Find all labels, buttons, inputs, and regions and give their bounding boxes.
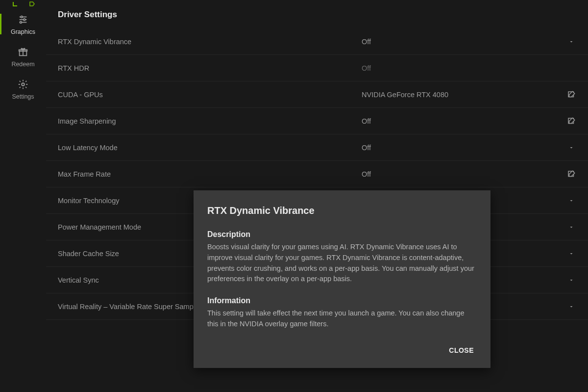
gift-icon xyxy=(17,46,29,58)
setting-value: Off xyxy=(362,144,566,152)
chevron-down-icon[interactable] xyxy=(566,222,576,232)
dialog-information-heading: Information xyxy=(207,296,477,305)
svg-point-5 xyxy=(20,22,22,24)
sidebar: Graphics Redeem Settings xyxy=(0,0,46,392)
tag-icon xyxy=(29,1,34,6)
chevron-down-icon[interactable] xyxy=(566,302,576,312)
setting-row[interactable]: Low Latency ModeOff xyxy=(46,134,588,161)
setting-value: Off xyxy=(362,64,566,72)
sidebar-item-label: Settings xyxy=(12,93,34,100)
chevron-down-icon[interactable] xyxy=(566,196,576,206)
setting-value: NVIDIA GeForce RTX 4080 xyxy=(362,91,566,99)
setting-label: Image Sharpening xyxy=(58,117,362,125)
dialog-title: RTX Dynamic Vibrance xyxy=(207,205,477,216)
dialog-close-button[interactable]: CLOSE xyxy=(446,341,477,359)
setting-label: Max Frame Rate xyxy=(58,170,362,178)
sidebar-item-label: Redeem xyxy=(11,61,34,68)
setting-row[interactable]: Image SharpeningOff xyxy=(46,108,588,134)
sidebar-item-settings[interactable]: Settings xyxy=(0,73,46,105)
chevron-down-icon[interactable] xyxy=(566,275,576,285)
chevron-down-icon[interactable] xyxy=(566,143,576,153)
setting-value: Off xyxy=(362,117,566,125)
sidebar-item-redeem[interactable]: Redeem xyxy=(0,40,46,73)
setting-label: RTX Dynamic Vibrance xyxy=(58,38,362,46)
edit-icon[interactable] xyxy=(566,90,576,100)
info-dialog: RTX Dynamic Vibrance Description Boosts … xyxy=(194,190,490,368)
sidebar-item-label: Graphics xyxy=(11,28,35,35)
dialog-description-heading: Description xyxy=(207,230,477,239)
sliders-icon xyxy=(17,14,29,26)
section-title: Driver Settings xyxy=(46,0,588,28)
dialog-description-body: Boosts visual clarity for your games usi… xyxy=(207,242,477,285)
dialog-information-body: This setting will take effect the next t… xyxy=(207,308,477,330)
setting-label: Low Latency Mode xyxy=(58,144,362,152)
sidebar-item-graphics[interactable]: Graphics xyxy=(0,8,46,40)
gear-icon xyxy=(17,78,29,90)
edit-icon[interactable] xyxy=(566,169,576,179)
setting-value: Off xyxy=(362,38,566,46)
setting-value: Off xyxy=(362,170,566,178)
svg-point-1 xyxy=(21,16,23,18)
chevron-down-icon[interactable] xyxy=(566,249,576,259)
sidebar-top-icons xyxy=(0,0,46,8)
svg-point-3 xyxy=(24,19,25,21)
edit-icon[interactable] xyxy=(566,116,576,126)
brand-icon xyxy=(12,1,17,6)
setting-row[interactable]: RTX Dynamic VibranceOff xyxy=(46,28,588,55)
dialog-actions: CLOSE xyxy=(207,341,477,359)
setting-label: RTX HDR xyxy=(58,64,362,72)
setting-row[interactable]: Max Frame RateOff xyxy=(46,161,588,187)
chevron-down-icon[interactable] xyxy=(566,37,576,47)
setting-row[interactable]: CUDA - GPUsNVIDIA GeForce RTX 4080 xyxy=(46,81,588,108)
setting-label: CUDA - GPUs xyxy=(58,91,362,99)
setting-row[interactable]: RTX HDROff xyxy=(46,55,588,81)
svg-point-9 xyxy=(22,83,24,86)
row-end-empty xyxy=(566,63,576,73)
